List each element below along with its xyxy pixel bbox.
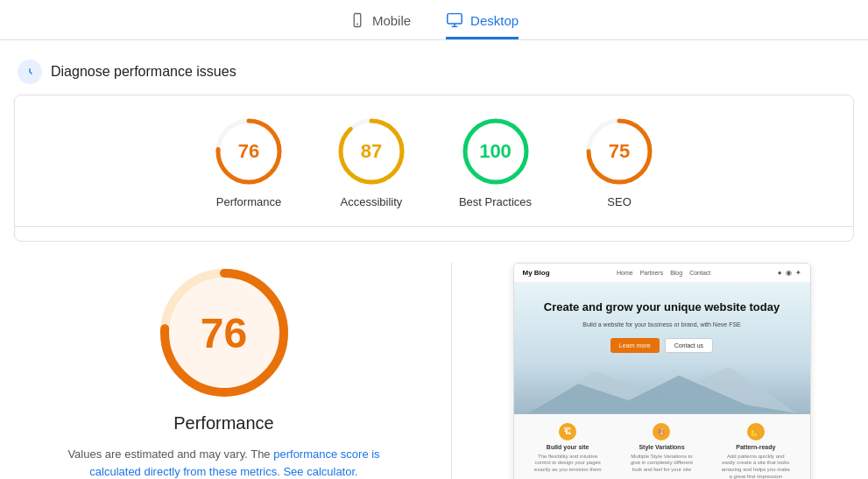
large-gauge-value: 76 — [201, 309, 247, 357]
score-item-best-practices: 100 Best Practices — [459, 116, 532, 208]
preview-nav: My Blog Home Partners Blog Contact ● ◉ ✦ — [514, 264, 810, 283]
preview-feature-label-2: Style Variations — [639, 444, 684, 450]
tab-mobile[interactable]: Mobile — [349, 12, 411, 39]
score-best-practices-label: Best Practices — [459, 195, 532, 208]
calculator-link[interactable]: See calculator. — [283, 465, 357, 478]
score-performance-label: Performance — [216, 195, 281, 208]
left-panel: 76 Performance Values are estimated and … — [14, 263, 452, 479]
preview-btn-primary[interactable]: Learn more — [610, 338, 660, 353]
gauge-accessibility-value: 87 — [361, 140, 382, 163]
preview-btn-secondary[interactable]: Contact us — [665, 338, 713, 353]
gauge-performance: 76 — [214, 116, 284, 187]
tab-desktop[interactable]: Desktop — [446, 12, 519, 39]
main-content: 76 Performance Values are estimated and … — [14, 263, 854, 479]
preview-features: 🏗 Build your site The flexibility and in… — [514, 414, 810, 479]
gauge-performance-value: 76 — [238, 140, 259, 163]
preview-nav-icons: ● ◉ ✦ — [778, 269, 801, 277]
gauge-seo-value: 75 — [609, 140, 630, 163]
social-icon-1: ● — [778, 269, 782, 277]
preview-feature-icon-1: 🏗 — [559, 423, 576, 440]
preview-feature-1: 🏗 Build your site The flexibility and in… — [533, 423, 603, 479]
gauge-best-practices-value: 100 — [479, 140, 512, 163]
preview-feature-3: 📐 Pattern-ready Add patterns quickly and… — [721, 423, 791, 479]
preview-mountain — [528, 362, 796, 414]
diagnose-title: Diagnose performance issues — [51, 64, 236, 80]
preview-feature-desc-1: The flexibility and intuitive control to… — [533, 454, 603, 474]
social-icon-2: ◉ — [786, 269, 792, 277]
desktop-icon — [446, 12, 463, 28]
nav-link-home: Home — [617, 270, 633, 276]
diagnose-icon — [18, 60, 42, 84]
score-accessibility-label: Accessibility — [341, 195, 403, 208]
mobile-icon — [349, 12, 365, 28]
preview-nav-links: Home Partners Blog Contact — [617, 270, 710, 276]
nav-link-blog: Blog — [670, 270, 682, 276]
preview-feature-icon-3: 📐 — [747, 423, 765, 440]
info-text: Values are estimated and may vary. The p… — [49, 446, 399, 479]
gauge-seo: 75 — [584, 116, 654, 187]
nav-link-partners: Partners — [640, 270, 663, 276]
tab-desktop-label: Desktop — [470, 13, 519, 28]
preview-hero-title: Create and grow your unique website toda… — [528, 300, 796, 315]
info-text-static: Values are estimated and may vary. The — [67, 447, 270, 461]
score-row: 76 Performance 87 Accessibility — [15, 116, 853, 227]
preview-hero-sub: Build a website for your business or bra… — [528, 321, 796, 329]
preview-hero: Create and grow your unique website toda… — [514, 283, 810, 414]
large-gauge: 76 — [154, 263, 294, 403]
large-gauge-label: Performance — [173, 413, 274, 433]
score-panel: 76 Performance 87 Accessibility — [14, 95, 854, 242]
score-item-performance: 76 Performance — [214, 116, 284, 208]
svg-rect-2 — [448, 14, 462, 24]
social-icon-3: ✦ — [795, 269, 801, 277]
preview-feature-label-1: Build your site — [547, 444, 589, 450]
score-item-seo: 75 SEO — [584, 116, 654, 208]
tab-mobile-label: Mobile — [372, 13, 411, 28]
tabs-bar: Mobile Desktop — [0, 0, 868, 40]
site-preview: My Blog Home Partners Blog Contact ● ◉ ✦… — [513, 263, 811, 479]
preview-feature-desc-2: Multiple Style Variations to give in com… — [626, 454, 696, 474]
nav-link-contact: Contact — [689, 270, 710, 276]
preview-nav-logo: My Blog — [523, 269, 550, 277]
gauge-best-practices: 100 — [461, 116, 531, 187]
diagnose-header: Diagnose performance issues — [0, 54, 868, 95]
preview-feature-2: 🎨 Style Variations Multiple Style Variat… — [626, 423, 696, 479]
score-item-accessibility: 87 Accessibility — [336, 116, 406, 208]
preview-feature-desc-3: Add patterns quickly and easily create a… — [721, 454, 791, 479]
preview-feature-icon-2: 🎨 — [653, 423, 670, 440]
preview-feature-label-3: Pattern-ready — [736, 444, 775, 450]
gauge-accessibility: 87 — [336, 116, 406, 187]
right-panel: My Blog Home Partners Blog Contact ● ◉ ✦… — [469, 263, 854, 479]
score-seo-label: SEO — [607, 195, 631, 208]
preview-hero-buttons: Learn more Contact us — [528, 338, 796, 353]
